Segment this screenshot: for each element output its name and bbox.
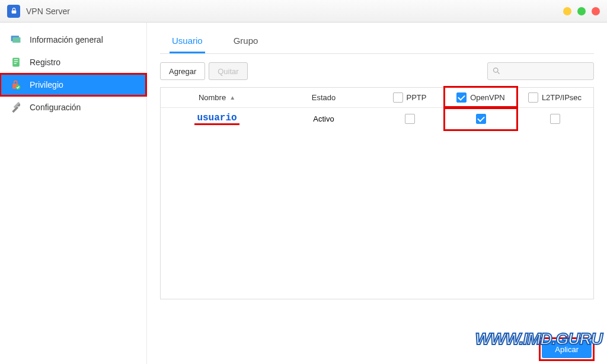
add-button[interactable]: Agregar [160, 62, 205, 80]
header-checkbox-l2tp[interactable] [528, 92, 538, 103]
clipboard-icon [9, 56, 23, 69]
monitor-icon [9, 33, 23, 46]
svg-rect-2 [12, 37, 20, 43]
user-table: Nombre ▲ Estado PPTP OpenVPN L2TP/IPsec [160, 87, 594, 299]
header-checkbox-openvpn[interactable] [456, 92, 467, 103]
svg-rect-0 [11, 10, 16, 13]
sidebar-item-label: Información general [30, 35, 103, 44]
col-state[interactable]: Estado [273, 93, 374, 102]
tabbar: Usuario Grupo [160, 31, 594, 54]
apply-button[interactable]: Aplicar [542, 340, 592, 358]
col-openvpn[interactable]: OpenVPN [445, 88, 516, 107]
apply-annotation: Aplicar [541, 339, 593, 359]
sidebar-item-label: Privilegio [30, 80, 63, 90]
svg-line-11 [497, 72, 499, 74]
sidebar-item-privilege[interactable]: Privilegio [0, 74, 146, 96]
tab-user[interactable]: Usuario [170, 31, 205, 53]
window-title: VPN Server [26, 7, 70, 16]
sidebar-item-label: Configuración [30, 103, 81, 112]
sidebar-item-config[interactable]: Configuración [0, 96, 146, 119]
svg-rect-4 [14, 59, 18, 60]
minimize-dot[interactable] [563, 7, 571, 15]
remove-button: Quitar [209, 62, 247, 80]
row-checkbox-openvpn[interactable] [476, 114, 486, 124]
zoom-dot[interactable] [577, 7, 586, 15]
header-checkbox-pptp[interactable] [393, 92, 403, 103]
svg-rect-5 [14, 61, 18, 62]
col-pptp[interactable]: PPTP [374, 92, 445, 103]
svg-rect-6 [14, 63, 17, 64]
col-name[interactable]: Nombre ▲ [161, 93, 273, 102]
toolbar: Agregar Quitar [160, 62, 594, 80]
row-checkbox-pptp[interactable] [405, 114, 415, 124]
close-dot[interactable] [592, 7, 600, 15]
svg-point-10 [494, 68, 499, 73]
tools-icon [9, 101, 23, 114]
content-area: Usuario Grupo Agregar Quitar Nombre ▲ Es… [147, 23, 607, 364]
titlebar: VPN Server [0, 0, 607, 23]
sidebar-item-label: Registro [30, 58, 60, 67]
sidebar: Información general Registro Privilegio … [0, 23, 147, 364]
cell-name: usuario [161, 113, 273, 125]
search-input[interactable] [487, 62, 594, 80]
sidebar-item-overview[interactable]: Información general [0, 28, 146, 51]
table-row[interactable]: usuario Activo [161, 108, 593, 129]
search-icon [492, 66, 501, 75]
tab-group[interactable]: Grupo [231, 31, 261, 53]
svg-rect-3 [12, 58, 20, 67]
sort-asc-icon: ▲ [229, 94, 235, 101]
privilege-lock-icon [9, 78, 23, 91]
row-checkbox-l2tp[interactable] [550, 114, 560, 124]
table-header: Nombre ▲ Estado PPTP OpenVPN L2TP/IPsec [161, 88, 593, 108]
cell-state: Activo [273, 114, 374, 123]
col-l2tp[interactable]: L2TP/IPsec [516, 92, 593, 103]
sidebar-item-log[interactable]: Registro [0, 51, 146, 74]
window-controls [563, 7, 600, 15]
search-wrap [487, 62, 594, 80]
app-lock-icon [7, 5, 20, 18]
